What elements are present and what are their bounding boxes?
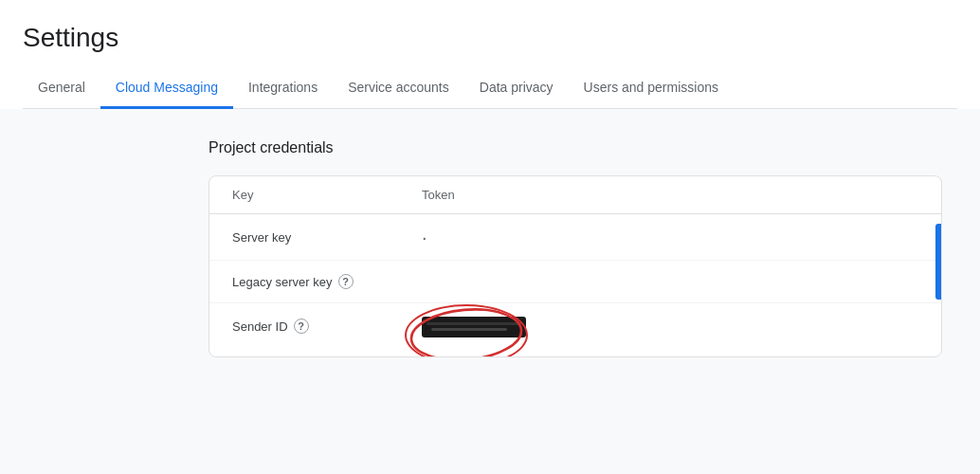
content-area: Project credentials Key Token Server key… — [0, 109, 980, 474]
redacted-scribble — [422, 317, 526, 337]
table-row: Legacy server key ? — [209, 261, 941, 303]
header-token: Token — [422, 188, 918, 202]
tab-data-privacy[interactable]: Data privacy — [464, 68, 569, 109]
table-row: Sender ID ? — [209, 303, 941, 356]
tabs-nav: General Cloud Messaging Integrations Ser… — [23, 68, 957, 109]
header-key: Key — [232, 188, 422, 202]
sender-id-value-area — [422, 317, 918, 337]
page-wrapper: Settings General Cloud Messaging Integra… — [0, 0, 980, 474]
row-key-legacy: Legacy server key ? — [232, 274, 422, 289]
sender-help-icon[interactable]: ? — [294, 319, 309, 334]
tab-service-accounts[interactable]: Service accounts — [333, 68, 464, 109]
sender-id-label-text: Sender ID — [232, 319, 288, 334]
row-key-sender: Sender ID ? — [232, 317, 422, 334]
table-row: Server key · — [209, 214, 941, 261]
tab-integrations[interactable]: Integrations — [233, 68, 333, 109]
table-header: Key Token — [209, 176, 941, 214]
tab-cloud-messaging[interactable]: Cloud Messaging — [100, 68, 233, 109]
server-key-value: · — [422, 223, 429, 247]
legacy-help-icon[interactable]: ? — [338, 274, 354, 289]
row-value-server: · — [422, 228, 918, 246]
header: Settings General Cloud Messaging Integra… — [0, 0, 980, 109]
page-title: Settings — [23, 23, 957, 53]
tab-general[interactable]: General — [23, 68, 100, 109]
row-key-server: Server key — [232, 230, 422, 245]
scroll-indicator[interactable] — [935, 224, 941, 300]
tab-users-permissions[interactable]: Users and permissions — [569, 68, 734, 109]
section-title: Project credentials — [209, 139, 957, 156]
redacted-value — [422, 317, 918, 337]
credentials-card: Key Token Server key · Legacy server key… — [209, 175, 942, 357]
row-key-legacy-label: Legacy server key — [232, 275, 333, 289]
